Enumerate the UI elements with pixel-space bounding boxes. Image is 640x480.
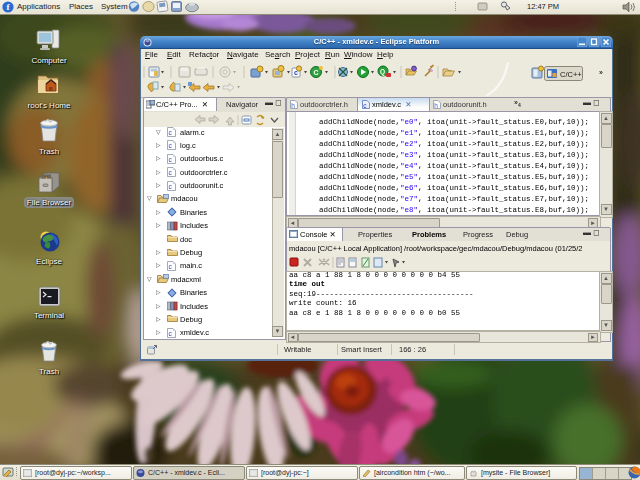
svg-text:C: C [314,69,319,76]
svg-text:h: h [434,102,438,109]
svg-text:h: h [291,102,295,109]
svg-text:»: » [599,69,603,76]
svg-text:Q: Q [380,68,385,76]
svg-text:C/C++: C/C++ [560,70,582,79]
